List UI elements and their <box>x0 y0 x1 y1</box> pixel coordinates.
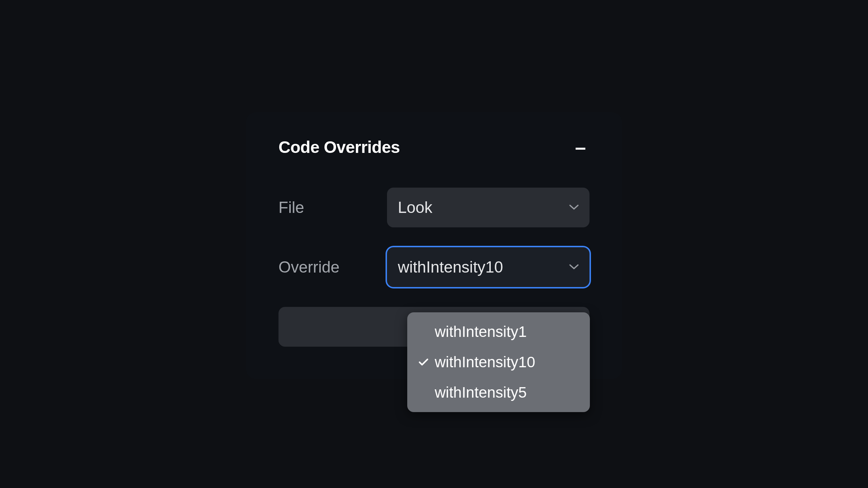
dropdown-option[interactable]: withIntensity1 <box>407 317 590 347</box>
override-select[interactable]: withIntensity10 <box>387 247 590 287</box>
dropdown-option-label: withIntensity1 <box>435 323 527 341</box>
override-row: Override withIntensity10 withIntensity1w… <box>278 247 590 287</box>
override-dropdown: withIntensity1withIntensity10withIntensi… <box>407 312 590 412</box>
check-slot <box>414 358 433 366</box>
collapse-button[interactable]: – <box>571 137 590 157</box>
panel-title: Code Overrides <box>278 137 400 157</box>
chevron-down-icon <box>569 263 579 271</box>
check-icon <box>418 358 429 366</box>
minus-icon: – <box>575 136 586 158</box>
dropdown-option-label: withIntensity10 <box>435 354 535 371</box>
code-overrides-panel: Code Overrides – File Look Override with… <box>246 112 622 379</box>
file-row: File Look <box>278 188 590 227</box>
dropdown-option-label: withIntensity5 <box>435 384 527 401</box>
dropdown-option[interactable]: withIntensity5 <box>407 377 590 408</box>
override-label: Override <box>278 258 387 276</box>
override-select-value: withIntensity10 <box>398 258 503 276</box>
chevron-down-icon <box>569 203 579 212</box>
file-label: File <box>278 198 387 217</box>
file-select-value: Look <box>398 198 432 217</box>
dropdown-option[interactable]: withIntensity10 <box>407 347 590 377</box>
file-select[interactable]: Look <box>387 188 590 227</box>
panel-header: Code Overrides – <box>278 137 590 157</box>
